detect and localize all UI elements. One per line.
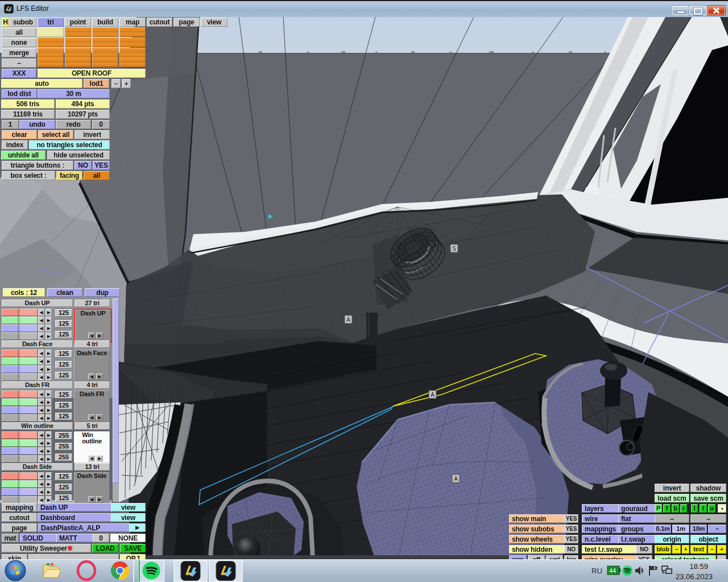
svg-text:RU: RU [592, 567, 602, 575]
svg-text:23.06.2023: 23.06.2023 [676, 572, 713, 581]
svg-text:18:59: 18:59 [689, 562, 708, 571]
svg-text:44: 44 [609, 567, 616, 574]
